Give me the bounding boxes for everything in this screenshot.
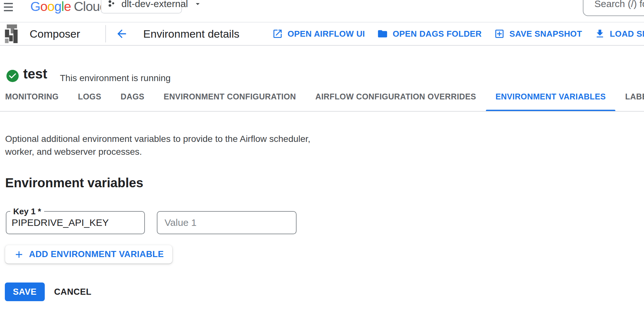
google-logo-letter: g xyxy=(54,0,62,14)
open-dags-folder-button[interactable]: OPEN DAGS FOLDER xyxy=(377,28,482,39)
load-snapshot-button[interactable]: LOAD SNAPSHOT xyxy=(594,28,644,39)
google-logo-letter: G xyxy=(30,0,40,14)
section-description: Optional additional environment variable… xyxy=(5,133,334,158)
load-snapshot-label: LOAD SNAPSHOT xyxy=(610,29,644,39)
app-name: Composer xyxy=(30,28,80,40)
tab-dags[interactable]: DAGS xyxy=(111,82,154,111)
header-divider xyxy=(105,25,106,42)
save-button[interactable]: SAVE xyxy=(5,283,45,301)
tab-bar: MONITORINGLOGSDAGSENVIRONMENT CONFIGURAT… xyxy=(0,82,644,112)
environment-name: test xyxy=(23,65,47,83)
search-input[interactable] xyxy=(594,0,644,9)
search-box xyxy=(583,0,644,16)
plus-icon xyxy=(14,249,24,260)
tab-logs[interactable]: LOGS xyxy=(68,82,111,111)
project-icon xyxy=(107,0,116,8)
open-airflow-ui-button[interactable]: OPEN AIRFLOW UI xyxy=(272,28,365,39)
google-logo-letter: o xyxy=(40,0,47,14)
key-field-label: Key 1 * xyxy=(10,207,44,216)
key-field: Key 1 * xyxy=(6,211,145,234)
top-bar: GoogleCloud dlt-dev-external xyxy=(0,0,644,23)
tab-environment-variables[interactable]: ENVIRONMENT VARIABLES xyxy=(486,82,616,111)
page: GoogleCloud dlt-dev-external xyxy=(0,0,644,315)
header-actions: OPEN AIRFLOW UIOPEN DAGS FOLDERSAVE SNAP… xyxy=(272,23,644,45)
open-airflow-ui-label: OPEN AIRFLOW UI xyxy=(288,29,365,39)
hamburger-menu-icon[interactable] xyxy=(4,1,14,12)
tab-labels[interactable]: LABELS xyxy=(615,82,644,111)
section-heading: Environment variables xyxy=(5,176,143,190)
project-selector[interactable]: dlt-dev-external xyxy=(101,0,182,14)
google-cloud-logo: GoogleCloud xyxy=(30,0,107,15)
folder-icon xyxy=(377,28,388,39)
back-arrow-icon[interactable] xyxy=(114,26,129,41)
open-in-new-icon xyxy=(272,28,283,39)
tab-airflow-configuration-overrides[interactable]: AIRFLOW CONFIGURATION OVERRIDES xyxy=(306,82,486,111)
value-input[interactable] xyxy=(157,212,296,234)
open-dags-folder-label: OPEN DAGS FOLDER xyxy=(393,29,482,39)
tab-environment-configuration[interactable]: ENVIRONMENT CONFIGURATION xyxy=(154,82,306,111)
service-header: Composer Environment details OPEN AIRFLO… xyxy=(0,23,644,46)
add-environment-variable-button[interactable]: ADD ENVIRONMENT VARIABLE xyxy=(5,245,172,264)
google-logo-wordmark: Google xyxy=(30,0,71,14)
google-logo-letter: e xyxy=(64,0,71,14)
composer-logo-icon xyxy=(5,24,18,43)
running-check-icon xyxy=(6,70,19,82)
save-snapshot-button[interactable]: SAVE SNAPSHOT xyxy=(494,28,582,39)
tab-monitoring[interactable]: MONITORING xyxy=(0,82,68,111)
environment-status-row: test This environment is running xyxy=(0,46,644,82)
value-field xyxy=(157,211,297,234)
google-logo-letter: o xyxy=(47,0,54,14)
chevron-down-icon xyxy=(193,0,202,8)
download-icon xyxy=(594,28,605,39)
cancel-button[interactable]: CANCEL xyxy=(54,283,91,301)
add-environment-variable-label: ADD ENVIRONMENT VARIABLE xyxy=(29,249,164,259)
page-title: Environment details xyxy=(143,28,240,40)
save-snapshot-icon xyxy=(494,28,505,39)
save-snapshot-label: SAVE SNAPSHOT xyxy=(509,29,582,39)
project-name: dlt-dev-external xyxy=(121,0,188,9)
